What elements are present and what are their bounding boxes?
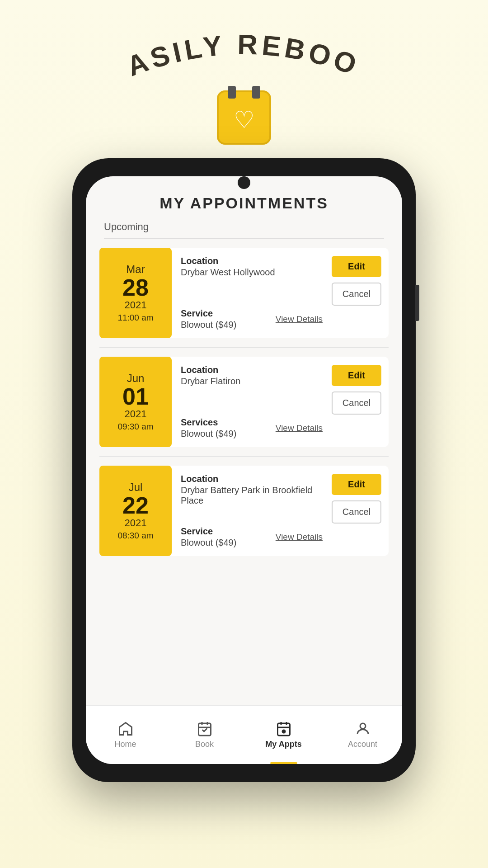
side-button — [415, 285, 419, 321]
service-row-1: Service Blowout ($49) View Details — [181, 308, 323, 330]
location-section-1: Location Drybar West Hollywood — [181, 256, 323, 278]
appointment-card-1: Mar 28 2021 11:00 am Location Drybar Wes… — [99, 248, 389, 338]
details-2: Location Drybar Flatiron Services Blowou… — [172, 357, 332, 447]
month-2: Jun — [127, 372, 145, 385]
appointments-list: Mar 28 2021 11:00 am Location Drybar Wes… — [86, 248, 402, 574]
section-upcoming: Upcoming — [86, 221, 402, 238]
my-appts-icon — [276, 721, 292, 737]
home-label: Home — [114, 740, 136, 749]
arc-title: EASILY REBOOK — [108, 27, 380, 86]
header-area: EASILY REBOOK ♡ — [0, 0, 488, 158]
cancel-button-3[interactable]: Cancel — [332, 500, 381, 524]
edit-button-1[interactable]: Edit — [332, 256, 381, 277]
book-label: Book — [195, 740, 214, 749]
year-2: 2021 — [125, 408, 147, 420]
actions-3: Edit Cancel — [332, 466, 389, 556]
account-icon — [355, 721, 371, 737]
card-separator-1 — [99, 347, 389, 348]
service-value-1: Blowout ($49) — [181, 320, 236, 330]
edit-button-3[interactable]: Edit — [332, 474, 381, 495]
camera-dot — [238, 176, 250, 189]
nav-book[interactable]: Book — [165, 706, 244, 764]
service-value-2: Blowout ($49) — [181, 429, 236, 439]
ring-left — [228, 86, 236, 99]
location-section-3: Location Drybar Battery Park in Brookfie… — [181, 474, 323, 506]
svg-rect-1 — [198, 723, 211, 736]
my-appts-label: My Appts — [265, 740, 301, 749]
phone-screen: MY APPOINTMENTS Upcoming Mar 28 2021 11:… — [86, 176, 402, 764]
cancel-button-1[interactable]: Cancel — [332, 283, 381, 306]
month-1: Mar — [126, 263, 145, 276]
home-icon — [117, 721, 134, 737]
cancel-button-2[interactable]: Cancel — [332, 392, 381, 415]
year-1: 2021 — [125, 299, 147, 311]
service-row-2: Services Blowout ($49) View Details — [181, 417, 323, 439]
section-divider — [104, 238, 384, 239]
view-details-link-2[interactable]: View Details — [276, 423, 323, 433]
svg-point-10 — [360, 723, 366, 729]
account-label: Account — [348, 740, 377, 749]
calendar-rings — [228, 86, 260, 99]
location-value-2: Drybar Flatiron — [181, 376, 323, 387]
date-box-3: Jul 22 2021 08:30 am — [99, 466, 172, 556]
date-box-2: Jun 01 2021 09:30 am — [99, 357, 172, 447]
time-1: 11:00 am — [117, 313, 153, 323]
day-1: 28 — [122, 276, 149, 299]
service-row-3: Service Blowout ($49) View Details — [181, 526, 323, 548]
month-3: Jul — [129, 481, 143, 494]
service-value-3: Blowout ($49) — [181, 538, 236, 548]
time-2: 09:30 am — [117, 422, 153, 432]
day-3: 22 — [122, 494, 149, 517]
service-label-1: Service — [181, 308, 236, 319]
location-label-3: Location — [181, 474, 323, 484]
service-label-3: Service — [181, 526, 236, 537]
location-label-2: Location — [181, 365, 323, 375]
location-section-2: Location Drybar Flatiron — [181, 365, 323, 387]
appointment-card-3: Jul 22 2021 08:30 am Location Drybar Bat… — [99, 466, 389, 556]
svg-point-9 — [282, 730, 285, 733]
appointment-card-2: Jun 01 2021 09:30 am Location Drybar Fla… — [99, 357, 389, 447]
location-label-1: Location — [181, 256, 323, 266]
date-box-1: Mar 28 2021 11:00 am — [99, 248, 172, 338]
card-separator-2 — [99, 456, 389, 457]
book-icon — [197, 721, 213, 737]
location-value-1: Drybar West Hollywood — [181, 267, 323, 278]
view-details-link-1[interactable]: View Details — [276, 314, 323, 324]
service-label-2: Services — [181, 417, 236, 428]
phone-frame: MY APPOINTMENTS Upcoming Mar 28 2021 11:… — [72, 158, 416, 782]
actions-2: Edit Cancel — [332, 357, 389, 447]
edit-button-2[interactable]: Edit — [332, 365, 381, 386]
details-1: Location Drybar West Hollywood Service B… — [172, 248, 332, 338]
calendar-heart-icon: ♡ — [217, 90, 271, 145]
actions-1: Edit Cancel — [332, 248, 389, 338]
svg-text:EASILY REBOOK: EASILY REBOOK — [108, 27, 364, 82]
view-details-link-3[interactable]: View Details — [276, 532, 323, 542]
time-3: 08:30 am — [117, 531, 153, 541]
heart-symbol: ♡ — [234, 106, 255, 133]
nav-account[interactable]: Account — [323, 706, 402, 764]
bottom-nav: Home Book — [86, 705, 402, 764]
screen-inner[interactable]: MY APPOINTMENTS Upcoming Mar 28 2021 11:… — [86, 176, 402, 705]
details-3: Location Drybar Battery Park in Brookfie… — [172, 466, 332, 556]
location-value-3: Drybar Battery Park in Brookfield Place — [181, 485, 323, 506]
day-2: 01 — [122, 385, 149, 408]
year-3: 2021 — [125, 517, 147, 529]
ring-right — [252, 86, 260, 99]
nav-my-appts[interactable]: My Appts — [244, 706, 323, 764]
nav-home[interactable]: Home — [86, 706, 165, 764]
